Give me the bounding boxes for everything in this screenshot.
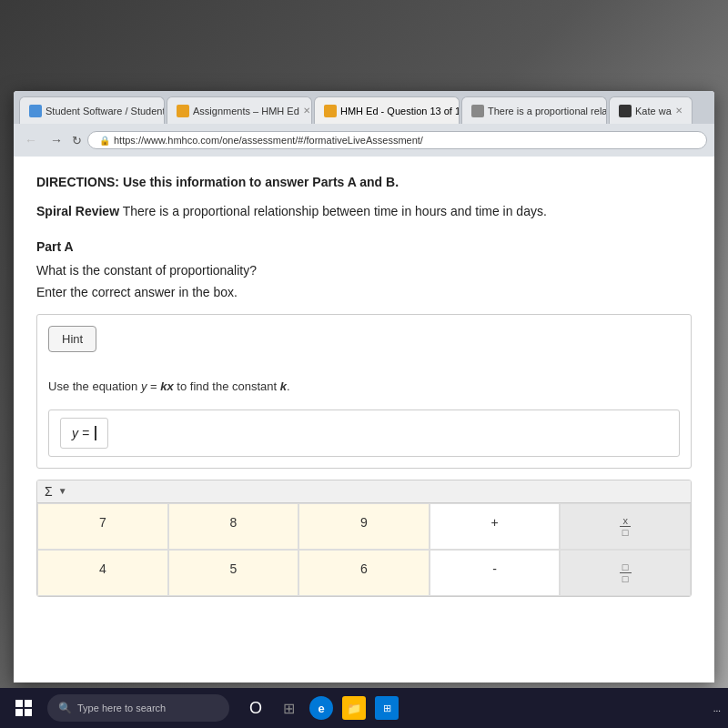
tab-student-label: Student Software / Student L... — [46, 106, 165, 116]
key-fraction-blank[interactable]: □ □ — [560, 550, 691, 596]
part-a-label: Part A — [36, 239, 692, 254]
tab-hmhed[interactable]: HMH Ed - Question 13 of 14 ✕ — [314, 96, 460, 124]
hint-eq-period: . — [287, 379, 290, 393]
page-content: DIRECTIONS: Use this information to answ… — [14, 157, 714, 682]
answer-input-row[interactable]: y = — [60, 418, 108, 449]
hint-eq-k: k — [280, 379, 287, 393]
taskbar: 🔍 Type here to search O ⊞ e 📁 ⊞ ... — [0, 688, 728, 728]
taskbar-store-icon[interactable]: ⊞ — [375, 696, 399, 720]
taskbar-search-icon: 🔍 — [58, 702, 72, 714]
key-6[interactable]: 6 — [298, 550, 430, 596]
key-9[interactable]: 9 — [298, 503, 430, 550]
taskbar-edge-icon[interactable]: e — [309, 696, 333, 720]
math-keyboard: Σ ▼ 7 8 9 + x □ 4 5 6 - — [36, 480, 692, 597]
lock-icon: 🔒 — [99, 136, 110, 146]
tab-assignments-close[interactable]: ✕ — [303, 106, 310, 116]
url-bar[interactable]: 🔒 https://www.hmhco.com/one/assessment/#… — [87, 131, 707, 149]
taskbar-search-text: Type here to search — [77, 703, 166, 713]
tab-bar: Student Software / Student L... ✕ Assign… — [14, 91, 714, 124]
hint-eq-kx: kx — [160, 379, 173, 393]
taskbar-taskview-icon[interactable]: ⊞ — [277, 696, 300, 720]
spiral-text: There is a proportional relationship bet… — [119, 204, 547, 218]
back-button[interactable]: ← — [21, 131, 41, 149]
hint-button[interactable]: Hint — [48, 326, 96, 352]
start-button[interactable] — [7, 692, 40, 724]
refresh-button[interactable]: ↻ — [72, 134, 82, 147]
taskbar-files-icon[interactable]: 📁 — [342, 696, 366, 720]
key-7[interactable]: 7 — [37, 503, 168, 550]
key-8[interactable]: 8 — [168, 503, 299, 550]
key-fraction-x[interactable]: x □ — [560, 503, 691, 550]
hint-text: Use the equation y = kx to find the cons… — [48, 378, 680, 397]
answer-cursor — [95, 426, 96, 440]
forward-button[interactable]: → — [46, 131, 66, 149]
tab-hmhed-icon — [324, 105, 337, 117]
tab-assignments-icon — [177, 105, 189, 117]
tab-kate[interactable]: Kate wa ✕ — [609, 96, 693, 124]
tab-proportional[interactable]: There is a proportional relati... ✕ — [461, 96, 607, 124]
browser-chrome: Student Software / Student L... ✕ Assign… — [14, 91, 714, 157]
tab-assignments[interactable]: Assignments – HMH Ed ✕ — [167, 96, 312, 124]
key-plus[interactable]: + — [430, 503, 561, 550]
tab-proportional-label: There is a proportional relati... — [488, 106, 607, 116]
hint-eq-equals: = — [147, 379, 160, 393]
keyboard-toolbar: Σ ▼ — [37, 480, 691, 503]
hint-eq-suffix: to find the constant — [174, 379, 280, 393]
taskbar-right: ... — [713, 703, 721, 713]
taskbar-cortana-icon[interactable]: O — [244, 696, 268, 720]
tab-student[interactable]: Student Software / Student L... ✕ — [19, 96, 165, 124]
browser-window: Student Software / Student L... ✕ Assign… — [14, 91, 714, 682]
tab-proportional-icon — [471, 105, 484, 117]
taskbar-search[interactable]: 🔍 Type here to search — [47, 694, 229, 722]
sigma-button[interactable]: Σ — [45, 484, 53, 499]
answer-area: Hint Use the equation y = kx to find the… — [36, 314, 692, 469]
tab-student-icon — [29, 105, 42, 117]
key-4[interactable]: 4 — [37, 550, 168, 596]
dropdown-arrow[interactable]: ▼ — [58, 486, 67, 496]
answer-input-label: y = — [72, 426, 89, 440]
tab-kate-close[interactable]: ✕ — [675, 106, 682, 116]
url-text: https://www.hmhco.com/one/assessment/#/f… — [114, 135, 423, 146]
key-5[interactable]: 5 — [168, 550, 299, 596]
question-text: What is the constant of proportionality? — [36, 263, 692, 278]
tab-hmhed-label: HMH Ed - Question 13 of 14 — [340, 106, 460, 116]
taskbar-time: ... — [713, 703, 721, 713]
directions-text: DIRECTIONS: Use this information to answ… — [36, 175, 692, 189]
tab-assignments-label: Assignments – HMH Ed — [193, 106, 299, 116]
keyboard-grid: 7 8 9 + x □ 4 5 6 - □ □ — [37, 503, 691, 596]
spiral-label: Spiral Review — [36, 204, 119, 218]
taskbar-icons: O ⊞ e 📁 ⊞ — [244, 696, 399, 720]
tab-kate-icon — [619, 105, 632, 117]
key-minus[interactable]: - — [430, 550, 561, 596]
windows-logo-icon — [15, 700, 32, 716]
hint-equation-prefix: Use the equation — [48, 379, 141, 393]
address-bar: ← → ↻ 🔒 https://www.hmhco.com/one/assess… — [14, 124, 714, 157]
spiral-review: Spiral Review There is a proportional re… — [36, 202, 692, 221]
instruction-text: Enter the correct answer in the box. — [36, 285, 692, 299]
tab-kate-label: Kate wa — [635, 106, 672, 116]
